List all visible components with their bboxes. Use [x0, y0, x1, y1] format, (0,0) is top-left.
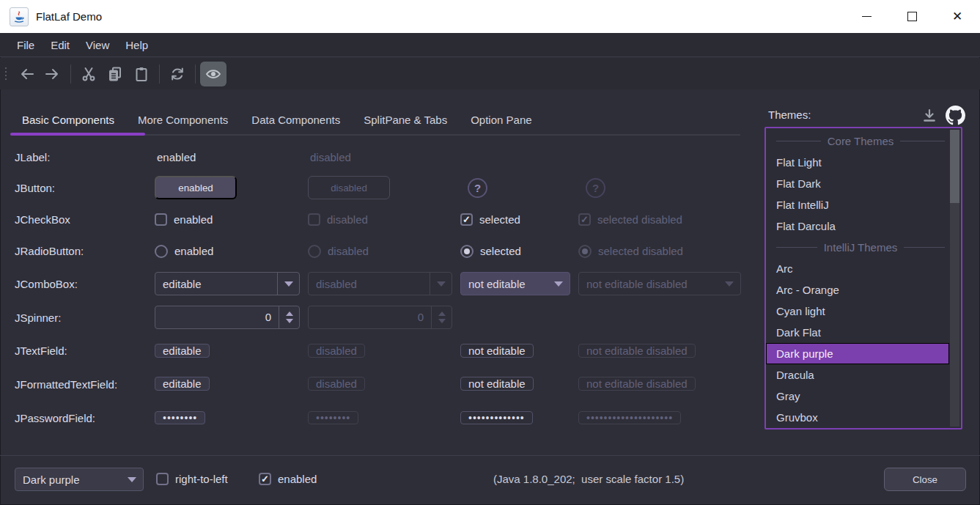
radio-selected-disabled-label: selected disabled [598, 245, 683, 257]
spinner-up-icon[interactable] [286, 312, 293, 316]
combobox-arrow-button[interactable] [277, 273, 299, 295]
spinner-down-icon [438, 319, 446, 323]
theme-item-gray[interactable]: Gray [766, 386, 961, 407]
combobox-editable[interactable]: editable [155, 272, 300, 295]
download-themes-button[interactable] [920, 106, 939, 125]
textfield-disabled: disabled [308, 344, 365, 358]
toolbar-separator [195, 64, 196, 84]
chevron-down-icon [128, 477, 136, 482]
theme-item-arc-orange[interactable]: Arc - Orange [766, 279, 961, 301]
combobox-not-editable-disabled-value: not editable disabled [579, 278, 718, 290]
enabled-checkbox[interactable] [259, 473, 271, 485]
spinner-enabled[interactable]: 0 [155, 306, 300, 329]
radio-disabled [308, 245, 321, 258]
close-button[interactable]: Close [884, 468, 966, 491]
paste-button[interactable] [128, 62, 155, 86]
tab-more-components[interactable]: More Components [126, 105, 240, 134]
enabled-button[interactable]: enabled [155, 176, 237, 199]
scrollbar-thumb[interactable] [950, 130, 959, 203]
menu-file[interactable]: File [9, 33, 43, 57]
maximize-button[interactable] [889, 0, 935, 33]
minimize-button[interactable] [844, 0, 889, 33]
jcombobox-row-label: JComboBox: [15, 278, 147, 290]
cut-icon [81, 66, 97, 82]
lookandfeel-combobox[interactable]: Dark purple [15, 468, 144, 491]
themes-label: Themes: [768, 108, 811, 121]
spinner-disabled: 0 [308, 306, 452, 329]
back-button[interactable] [13, 62, 40, 86]
menu-bar: File Edit View Help [0, 33, 980, 57]
github-icon [946, 106, 965, 125]
combobox-disabled: disabled [308, 272, 452, 295]
checkbox-disabled-label: disabled [327, 213, 368, 226]
close-window-button[interactable]: ✕ [935, 0, 980, 33]
menu-view[interactable]: View [78, 33, 117, 57]
help-button-disabled [586, 178, 605, 198]
formattedfield-editable[interactable]: editable [155, 377, 210, 391]
show-hover-toggle-button[interactable] [200, 62, 226, 86]
refresh-button[interactable] [164, 62, 191, 86]
checkbox-selected[interactable] [460, 213, 473, 226]
textfield-not-editable-disabled: not editable disabled [578, 344, 696, 358]
theme-item-flat-darcula[interactable]: Flat Darcula [766, 215, 961, 237]
theme-item-flat-intellij[interactable]: Flat IntelliJ [766, 194, 961, 215]
jpasswordfield-row-label: JPasswordField: [15, 412, 147, 424]
checkbox-selected-disabled [578, 213, 591, 226]
tab-option-pane[interactable]: Option Pane [459, 105, 543, 134]
passwordfield-not-editable-disabled: •••••••••••••••••••• [578, 411, 681, 424]
jspinner-row-label: JSpinner: [15, 312, 147, 324]
toolbar-separator [70, 64, 71, 84]
themes-scrollbar[interactable] [950, 130, 959, 427]
checkbox-selected-disabled-label: selected disabled [597, 213, 682, 226]
theme-item-flat-dark[interactable]: Flat Dark [766, 173, 961, 194]
cut-button[interactable] [75, 62, 102, 86]
formattedfield-not-editable: not editable [460, 377, 534, 391]
toolbar-grip[interactable] [5, 67, 7, 80]
theme-item-dark-flat[interactable]: Dark Flat [766, 322, 961, 343]
flatlaf-demo-window: { "window": { "title": "FlatLaf Demo" },… [0, 0, 980, 505]
status-text: (Java 1.8.0_202; user scale factor 1.5) [493, 473, 684, 485]
menu-edit[interactable]: Edit [43, 33, 78, 57]
combobox-not-editable[interactable]: not editable [460, 272, 570, 295]
theme-item-dracula[interactable]: Dracula [766, 364, 961, 386]
combobox-arrow-button[interactable] [121, 477, 143, 482]
copy-button[interactable] [102, 62, 128, 86]
theme-item-dark-purple-selected[interactable]: Dark purple [766, 343, 949, 364]
forward-button[interactable] [40, 62, 66, 86]
tab-basic-components[interactable]: Basic Components [10, 105, 126, 134]
theme-item-cyan-light[interactable]: Cyan light [766, 301, 961, 322]
combobox-arrow-button[interactable] [548, 273, 570, 295]
forward-icon [45, 66, 61, 82]
spinner-buttons[interactable] [279, 306, 299, 328]
passwordfield-editable[interactable]: •••••••• [155, 411, 205, 424]
themes-list: Core Themes Flat Light Flat Dark Flat In… [765, 127, 962, 430]
jradiobutton-row-label: JRadioButton: [15, 245, 147, 257]
close-icon: ✕ [952, 10, 962, 23]
tool-bar [0, 58, 980, 89]
right-to-left-checkbox[interactable] [156, 473, 169, 485]
checkbox-selected-label: selected [479, 213, 520, 226]
github-button[interactable] [945, 105, 965, 125]
spinner-buttons [431, 306, 452, 328]
combobox-arrow-button [430, 273, 452, 295]
spinner-down-icon[interactable] [286, 319, 293, 323]
combobox-not-editable-value: not editable [461, 278, 548, 290]
tab-data-components[interactable]: Data Components [240, 105, 352, 134]
radio-enabled[interactable] [155, 245, 168, 258]
spinner-value[interactable]: 0 [155, 306, 279, 328]
radio-selected-disabled [578, 245, 592, 258]
radio-selected[interactable] [460, 245, 474, 258]
theme-item-flat-light[interactable]: Flat Light [766, 152, 961, 173]
combobox-editable-value[interactable]: editable [155, 278, 277, 290]
menu-help[interactable]: Help [117, 33, 156, 57]
help-button[interactable] [468, 178, 487, 198]
tab-splitpane-tabs[interactable]: SplitPane & Tabs [352, 105, 459, 134]
jcheckbox-row-label: JCheckBox [15, 213, 147, 226]
theme-item-arc[interactable]: Arc [766, 258, 961, 279]
java-app-icon [10, 7, 29, 26]
textfield-not-editable: not editable [460, 344, 534, 358]
textfield-editable[interactable]: editable [155, 344, 210, 358]
basic-components-panel: JLabel: enabled disabled JButton: enable… [15, 142, 741, 435]
theme-item-gruvbox[interactable]: Gruvbox [766, 407, 961, 428]
checkbox-enabled[interactable] [155, 213, 167, 226]
